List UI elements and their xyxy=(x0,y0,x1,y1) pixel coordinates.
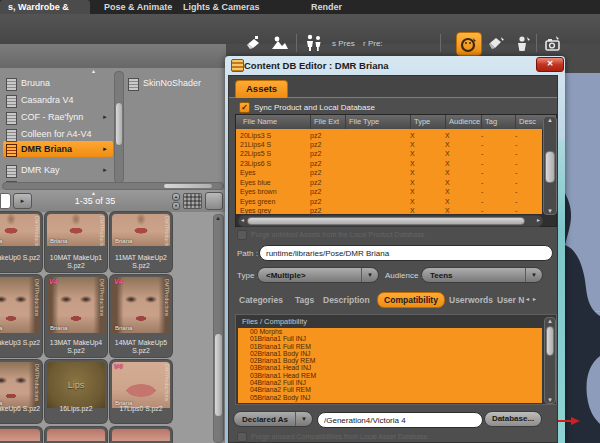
list-item[interactable]: 04Briana2 Full INJ xyxy=(238,379,542,386)
list-item[interactable]: 01Briana1 Full REM xyxy=(238,343,542,350)
tab-compatibility[interactable]: Compatibility xyxy=(377,292,445,308)
tab-tags[interactable]: Tags xyxy=(295,295,314,305)
apply-figure-preset-icon[interactable] xyxy=(511,32,535,54)
tree-item[interactable]: Bruuna xyxy=(6,76,112,91)
tree-item[interactable]: Casandra V4 xyxy=(6,93,112,108)
view-mode-button[interactable] xyxy=(205,192,223,210)
splitter-up-icon[interactable]: ▲ xyxy=(91,68,96,74)
path-input[interactable] xyxy=(259,245,553,261)
compatibility-base-input[interactable] xyxy=(317,412,483,428)
tree-vertical-scrollbar[interactable] xyxy=(114,71,124,183)
render-camera-icon[interactable] xyxy=(541,32,565,54)
scrollbar-thumb[interactable] xyxy=(214,333,223,417)
column-header[interactable]: Audience xyxy=(445,115,480,129)
audience-dropdown[interactable]: Teens ▼ xyxy=(421,267,543,283)
apply-surface-preset-icon[interactable] xyxy=(484,32,508,54)
table-row[interactable]: 20Lips3 Spz2XX-- xyxy=(236,131,542,140)
column-header[interactable]: File Ext xyxy=(310,115,339,129)
tab-userwords[interactable]: Userwords xyxy=(449,295,493,305)
tree-item[interactable]: Colleen for A4-V4 xyxy=(6,127,112,142)
scrollbar-thumb[interactable] xyxy=(115,102,123,146)
table-row[interactable]: 22Lips5 Spz2XX-- xyxy=(236,149,542,158)
tab-pose-animate[interactable]: Pose & Animate xyxy=(96,0,180,14)
tab-user-notes[interactable]: User N xyxy=(497,295,524,305)
thumbnail-item[interactable]: V4 Briana DMTProductions 13MAT MakeUp4 S… xyxy=(45,275,107,357)
column-header[interactable]: Tag xyxy=(481,115,497,129)
scrollbar-thumb[interactable] xyxy=(163,183,213,189)
scroll-right-icon[interactable]: ► xyxy=(536,217,541,223)
viewport[interactable] xyxy=(565,73,600,443)
table-row[interactable]: Eyespz2XX-- xyxy=(236,168,542,177)
tab-render[interactable]: Render xyxy=(303,0,350,14)
type-dropdown[interactable]: <Multiple> ▼ xyxy=(257,267,379,283)
column-header[interactable]: File Name xyxy=(240,115,277,129)
table-row[interactable]: Eyes brownpz2XX-- xyxy=(236,187,542,196)
thumbnails-vertical-scrollbar[interactable]: ▲ xyxy=(213,214,224,443)
column-header[interactable]: File Type xyxy=(345,115,379,129)
list-item[interactable]: 02Briana1 Body REM xyxy=(238,357,542,364)
thumbnail-item[interactable]: Lips 16Lips.pz2 xyxy=(45,360,107,423)
list-item[interactable]: 02Briana1 Body INJ xyxy=(238,350,542,357)
thumbnail-grid-icon[interactable] xyxy=(183,193,202,209)
tree-item[interactable]: COF - Rae'fynn ► xyxy=(6,110,112,125)
thumbnail-item[interactable]: Briana DMTProductions 11MAT MakeUp2 S.pz… xyxy=(110,212,172,272)
thumbnail-item[interactable]: Briana DMTProductions 10MAT MakeUp1 S.pz… xyxy=(45,212,107,272)
table-row[interactable]: 23Lips6 Spz2XX-- xyxy=(236,159,542,168)
tab-lights-cameras[interactable]: Lights & Cameras xyxy=(175,0,268,14)
database-button[interactable]: Database... xyxy=(484,411,542,427)
scrollbar-thumb[interactable] xyxy=(545,151,555,183)
chevron-down-icon[interactable]: ▼ xyxy=(525,268,542,282)
thumbnail-item[interactable] xyxy=(45,427,107,443)
scroll-up-icon[interactable]: ▲ xyxy=(547,117,553,123)
list-item[interactable]: 03Briana1 Head INJ xyxy=(238,364,542,371)
scroll-down-icon[interactable]: ▼ xyxy=(547,208,553,214)
table-row[interactable]: Eyes bluepz2XX-- xyxy=(236,178,542,187)
tab-scroll-right-icon[interactable]: ► xyxy=(532,296,537,302)
tree-item-selected[interactable]: DMR Briana ► xyxy=(6,142,112,157)
tab-categories[interactable]: Categories xyxy=(239,295,283,305)
list-item[interactable]: 00 Morphs xyxy=(238,328,542,335)
table-row[interactable]: 21Lips4 Spz2XX-- xyxy=(236,140,542,149)
playhead-arrow-icon[interactable] xyxy=(571,417,580,425)
thumbnail-item[interactable]: V4 Briana DMTProductions 17Lips0 S.pz2 xyxy=(110,360,172,423)
table-row[interactable]: Eyes greenpz2XX-- xyxy=(236,197,542,206)
apply-pose-preset-icon[interactable] xyxy=(456,32,482,56)
scroll-up-icon[interactable]: ▲ xyxy=(215,215,221,221)
thumbnail-item[interactable]: Briana DMTProductions AT MakeUp0 S.pz2 xyxy=(0,212,42,272)
tab-assets[interactable]: Assets xyxy=(235,80,288,98)
files-vertical-scrollbar[interactable]: ▲ ▼ xyxy=(544,317,556,404)
list-item[interactable]: 01Briana1 Full INJ xyxy=(238,335,542,342)
scroll-down-icon[interactable]: ▼ xyxy=(547,397,553,403)
tree-item[interactable]: DMR Kay ► xyxy=(6,163,112,178)
thumbnail-item[interactable]: V4 Briana DMTProductions 14MAT MakeUp5 S… xyxy=(110,275,172,357)
thumbnail-item[interactable] xyxy=(110,427,172,443)
declared-as-dropdown[interactable]: Declared As ▼ xyxy=(233,411,313,427)
scrollbar-thumb[interactable] xyxy=(546,326,554,356)
thumbnail-item[interactable]: V4 Briana DMTProductions AT MakeUp3 S.pz… xyxy=(0,275,42,357)
sync-checkbox[interactable]: ✓ xyxy=(239,102,250,113)
chevron-down-icon[interactable]: ▼ xyxy=(295,412,312,426)
tree-horizontal-scrollbar[interactable] xyxy=(2,182,224,190)
list-item[interactable]: 03Briana1 Head REM xyxy=(238,372,542,379)
table-horizontal-scrollbar[interactable]: ◄ ► xyxy=(238,215,543,227)
thumb-size-spinner[interactable]: ▲ ▼ xyxy=(172,193,180,207)
spin-down-icon[interactable]: ▼ xyxy=(172,202,180,210)
tab-wardrobe-props[interactable]: s, Wardrobe & Props xyxy=(0,0,90,14)
scroll-up-icon[interactable]: ▲ xyxy=(547,318,553,324)
table-vertical-scrollbar[interactable]: ▲ ▼ xyxy=(543,116,557,215)
dialog-close-button[interactable]: ✕ xyxy=(536,57,564,72)
chevron-down-icon[interactable]: ▼ xyxy=(361,268,378,282)
spin-up-icon[interactable]: ▲ xyxy=(172,193,180,201)
thumbnail-item[interactable] xyxy=(0,427,42,443)
thumbnail-item[interactable]: Briana DMTProductions AT MakeUp6 S.pz2 xyxy=(0,360,42,423)
scrollbar-thumb[interactable] xyxy=(247,217,525,225)
list-item[interactable]: 04Briana2 Full REM xyxy=(238,386,542,393)
column-header[interactable]: Desc xyxy=(515,115,536,129)
tab-scroll-left-icon[interactable]: ◄ xyxy=(525,296,530,302)
scroll-left-icon[interactable]: ◄ xyxy=(240,217,245,223)
tree-item[interactable]: SkinNoShader xyxy=(128,76,223,91)
table-row[interactable]: Eyes greypz2XX-- xyxy=(236,206,542,214)
list-item[interactable]: 05Briana2 Body INJ xyxy=(238,394,542,401)
new-content-icon[interactable] xyxy=(242,32,266,54)
column-header[interactable]: Type xyxy=(410,115,430,129)
